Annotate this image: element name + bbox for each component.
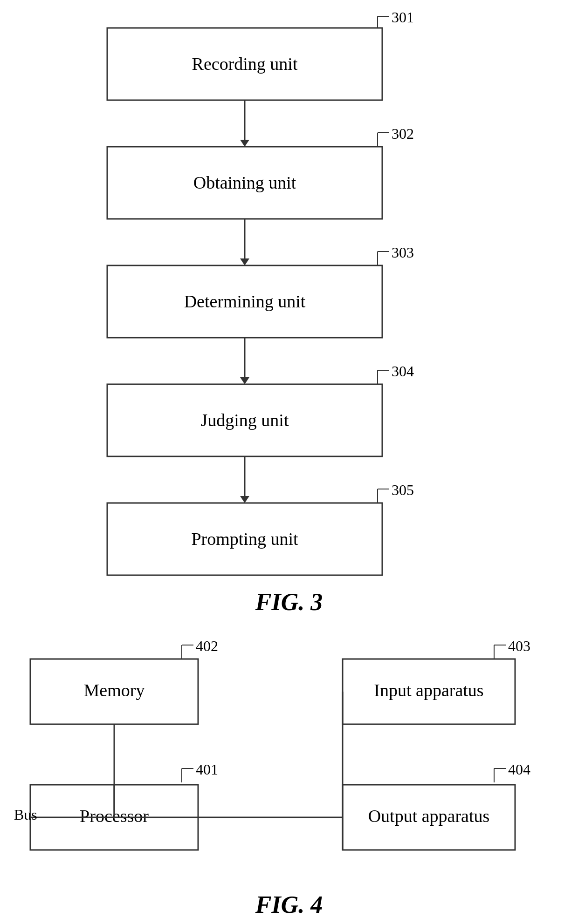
- svg-text:Obtaining unit: Obtaining unit: [193, 173, 296, 192]
- svg-marker-6: [240, 140, 249, 147]
- diagram-container: Recording unit 301 Obtaining unit 302 De…: [0, 0, 578, 924]
- svg-text:Recording unit: Recording unit: [192, 54, 298, 74]
- svg-text:Bus: Bus: [14, 806, 37, 823]
- svg-text:303: 303: [392, 244, 414, 261]
- svg-text:FIG. 3: FIG. 3: [255, 589, 323, 615]
- svg-text:401: 401: [196, 761, 218, 778]
- svg-text:Output apparatus: Output apparatus: [368, 806, 490, 826]
- svg-text:302: 302: [392, 125, 414, 142]
- svg-marker-27: [240, 496, 249, 503]
- svg-marker-20: [240, 377, 249, 384]
- svg-text:304: 304: [392, 363, 414, 380]
- diagram-svg: Recording unit 301 Obtaining unit 302 De…: [0, 0, 578, 924]
- svg-text:403: 403: [508, 638, 530, 654]
- svg-text:301: 301: [392, 9, 414, 26]
- svg-text:Prompting unit: Prompting unit: [191, 529, 298, 549]
- svg-text:Memory: Memory: [84, 680, 145, 700]
- svg-text:404: 404: [508, 761, 530, 778]
- svg-text:FIG. 4: FIG. 4: [255, 891, 323, 918]
- svg-text:Input apparatus: Input apparatus: [374, 680, 483, 700]
- svg-text:305: 305: [392, 482, 414, 498]
- svg-text:Judging unit: Judging unit: [201, 410, 289, 430]
- svg-text:402: 402: [196, 638, 218, 654]
- svg-text:Determining unit: Determining unit: [184, 292, 306, 311]
- svg-marker-13: [240, 258, 249, 265]
